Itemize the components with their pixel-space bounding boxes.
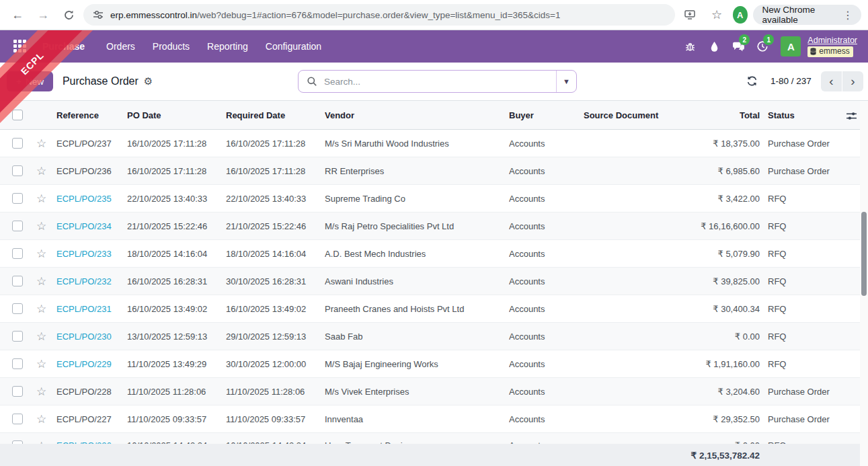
- table-row[interactable]: ☆ ECPL/PO/231 16/10/2025 13:49:02 16/10/…: [0, 295, 868, 323]
- activities-icon[interactable]: 1: [751, 30, 774, 63]
- table-row[interactable]: ☆ ECPL/PO/233 18/10/2025 14:16:04 18/10/…: [0, 240, 868, 268]
- back-icon[interactable]: ←: [7, 4, 28, 26]
- menu-reporting[interactable]: Reporting: [198, 30, 257, 63]
- row-checkbox[interactable]: [12, 331, 23, 342]
- menu-configuration[interactable]: Configuration: [257, 30, 330, 63]
- select-all-checkbox[interactable]: [12, 110, 23, 120]
- table-row[interactable]: ☆ ECPL/PO/232 16/10/2025 16:28:31 30/10/…: [0, 268, 868, 295]
- favorite-star-icon[interactable]: ☆: [36, 331, 56, 342]
- chrome-update-pill[interactable]: New Chrome available ⋮: [753, 5, 861, 25]
- cell-po-date: 16/10/2025 17:11:28: [127, 139, 226, 149]
- cell-vendor: Supreme Trading Co: [325, 194, 509, 204]
- cell-reference: ECPL/PO/230: [56, 332, 127, 342]
- row-checkbox[interactable]: [12, 358, 23, 369]
- table-row[interactable]: ☆ ECPL/PO/226 10/10/2025 14:43:34 10/10/…: [0, 433, 868, 444]
- table-row[interactable]: ☆ ECPL/PO/229 11/10/2025 13:49:29 30/10/…: [0, 350, 868, 378]
- row-checkbox[interactable]: [12, 138, 23, 149]
- row-checkbox[interactable]: [12, 248, 23, 259]
- pager-range: 1-80 / 237: [771, 76, 812, 86]
- database-badge: emmess: [807, 46, 853, 57]
- cell-status: RFQ: [760, 249, 849, 259]
- bookmark-star-icon[interactable]: ☆: [706, 4, 727, 26]
- favorite-star-icon[interactable]: ☆: [36, 138, 56, 149]
- row-checkbox[interactable]: [12, 221, 23, 231]
- row-checkbox[interactable]: [12, 414, 23, 424]
- optional-columns-icon[interactable]: [846, 110, 857, 122]
- search-dropdown-caret-icon[interactable]: ▼: [556, 71, 576, 92]
- browser-avatar[interactable]: A: [733, 6, 748, 24]
- header-status[interactable]: Status: [760, 110, 849, 120]
- header-buyer[interactable]: Buyer: [509, 110, 584, 120]
- header-po-date[interactable]: PO Date: [127, 110, 226, 120]
- url-text[interactable]: erp.emmesscontrol.in/web?debug=1#action=…: [110, 10, 560, 20]
- drop-icon[interactable]: [703, 30, 725, 63]
- database-icon: [810, 48, 816, 55]
- install-app-icon[interactable]: [679, 4, 701, 26]
- header-required-date[interactable]: Required Date: [226, 110, 325, 120]
- table-row[interactable]: ☆ ECPL/PO/237 16/10/2025 17:11:28 16/10/…: [0, 130, 868, 157]
- row-checkbox[interactable]: [12, 303, 23, 314]
- table-row[interactable]: ☆ ECPL/PO/236 16/10/2025 17:11:28 16/10/…: [0, 157, 868, 185]
- cell-reference: ECPL/PO/235: [56, 194, 127, 204]
- scrollbar-thumb[interactable]: [861, 212, 867, 296]
- refresh-icon[interactable]: [742, 71, 761, 90]
- table-row[interactable]: ☆ ECPL/PO/228 11/10/2025 11:28:06 11/10/…: [0, 378, 868, 405]
- pager-previous-button[interactable]: ‹: [821, 71, 842, 91]
- cell-buyer: Accounts: [509, 166, 584, 176]
- menu-products[interactable]: Products: [144, 30, 198, 63]
- cell-vendor: Innventaa: [325, 414, 509, 424]
- database-name: emmess: [819, 46, 849, 56]
- favorite-star-icon[interactable]: ☆: [36, 358, 56, 370]
- header-source-document[interactable]: Source Document: [584, 110, 662, 120]
- forward-icon[interactable]: →: [32, 4, 54, 26]
- cell-po-date: 16/10/2025 17:11:28: [127, 166, 226, 176]
- table-row[interactable]: ☆ ECPL/PO/230 13/10/2025 12:59:13 29/10/…: [0, 323, 868, 350]
- favorite-star-icon[interactable]: ☆: [36, 303, 56, 315]
- cell-vendor: Aswani Industries: [325, 276, 509, 286]
- address-bar[interactable]: erp.emmesscontrol.in/web?debug=1#action=…: [83, 4, 675, 26]
- cell-status: Purchase Order: [760, 166, 849, 176]
- cell-reference: ECPL/PO/228: [56, 387, 127, 397]
- favorite-star-icon[interactable]: ☆: [36, 221, 56, 232]
- apps-menu-icon[interactable]: [13, 40, 27, 53]
- favorite-star-icon[interactable]: ☆: [36, 414, 56, 425]
- menu-orders[interactable]: Orders: [97, 30, 144, 63]
- favorite-star-icon[interactable]: ☆: [36, 433, 56, 444]
- header-total[interactable]: Total: [662, 110, 760, 120]
- browser-menu-icon[interactable]: ⋮: [840, 9, 856, 22]
- debug-bug-icon[interactable]: [678, 30, 701, 63]
- row-checkbox[interactable]: [12, 165, 23, 176]
- new-button[interactable]: + New: [7, 71, 53, 91]
- search-input[interactable]: [320, 77, 556, 87]
- header-reference[interactable]: Reference: [56, 110, 127, 120]
- site-settings-icon[interactable]: [93, 9, 104, 20]
- favorite-star-icon[interactable]: ☆: [36, 193, 56, 204]
- favorite-star-icon[interactable]: ☆: [36, 276, 56, 287]
- table-row[interactable]: ☆ ECPL/PO/235 22/10/2025 13:40:33 22/10/…: [0, 185, 868, 212]
- user-name: Administrator: [807, 36, 857, 46]
- cell-status: RFQ: [760, 304, 849, 314]
- scrollbar-track[interactable]: [860, 101, 868, 466]
- cell-vendor: M/s Vivek Enterprises: [325, 387, 509, 397]
- table-row[interactable]: ☆ ECPL/PO/234 21/10/2025 15:22:46 21/10/…: [0, 212, 868, 240]
- cell-required-date: 22/10/2025 13:40:33: [226, 194, 325, 204]
- messages-icon[interactable]: 2: [727, 30, 750, 63]
- app-name-purchase[interactable]: Purchase: [34, 30, 93, 63]
- row-checkbox[interactable]: [12, 193, 23, 204]
- user-menu[interactable]: Administrator emmess: [807, 36, 861, 57]
- user-avatar[interactable]: A: [781, 36, 801, 56]
- activities-badge: 1: [763, 34, 774, 45]
- gear-icon[interactable]: ⚙: [144, 75, 153, 87]
- cell-required-date: 11/10/2025 09:33:57: [226, 414, 325, 424]
- reload-icon[interactable]: [58, 4, 79, 26]
- favorite-star-icon[interactable]: ☆: [36, 386, 56, 397]
- pager-next-button[interactable]: ›: [842, 71, 863, 91]
- cell-required-date: 10/10/2025 14:43:34: [226, 433, 325, 444]
- favorite-star-icon[interactable]: ☆: [36, 165, 56, 177]
- row-checkbox[interactable]: [12, 276, 23, 286]
- favorite-star-icon[interactable]: ☆: [36, 248, 56, 260]
- cell-buyer: Accounts: [509, 387, 584, 397]
- row-checkbox[interactable]: [12, 386, 23, 397]
- header-vendor[interactable]: Vendor: [325, 110, 509, 120]
- table-row[interactable]: ☆ ECPL/PO/227 11/10/2025 09:33:57 11/10/…: [0, 405, 868, 433]
